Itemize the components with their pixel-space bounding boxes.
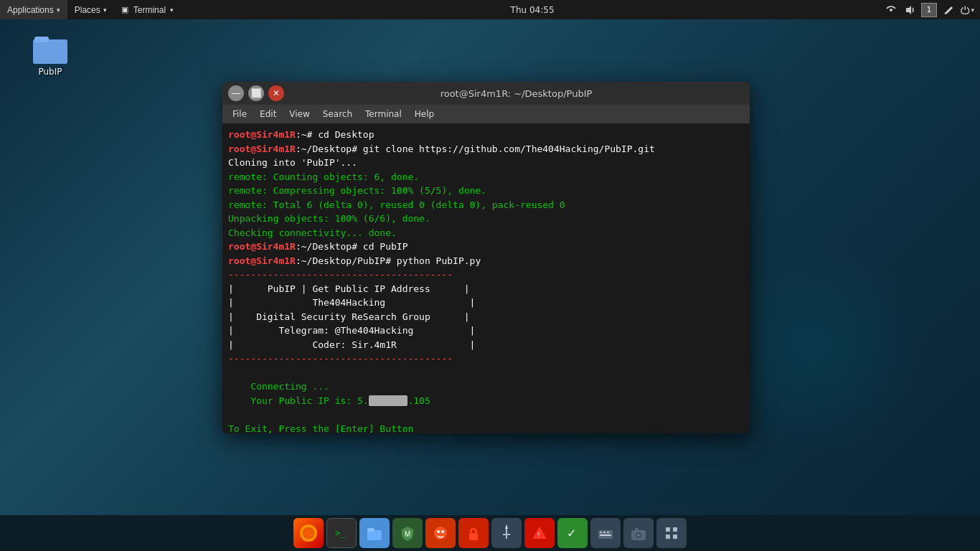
line-1: root@Sir4m1R:~# cd Desktop (228, 128, 744, 142)
svg-rect-42 (673, 534, 677, 539)
dock-terminal[interactable]: >_ (326, 518, 357, 548)
close-button[interactable]: ✕ (268, 85, 284, 101)
svg-rect-30 (603, 532, 606, 533)
dock-lock[interactable] (458, 518, 489, 548)
svg-rect-38 (661, 523, 682, 543)
pen-icon[interactable] (941, 3, 956, 17)
line-17: ---------------------------------------- (228, 352, 744, 366)
menu-help[interactable]: Help (409, 108, 440, 121)
svg-rect-9 (367, 528, 374, 532)
line-10: root@Sir4m1R:~/Desktop/PubIP# python Pub… (228, 254, 744, 268)
dock-red-app[interactable]: ! (524, 518, 555, 548)
workspace-badge[interactable]: 1 (921, 3, 937, 17)
network-icon[interactable] (884, 3, 898, 17)
dock-files[interactable] (359, 518, 390, 548)
sound-icon[interactable] (903, 3, 917, 17)
dock-grid[interactable] (656, 518, 687, 548)
svg-rect-29 (600, 532, 602, 533)
terminal-title: root@Sir4m1R: ~/Desktop/PubIP (288, 88, 744, 99)
menu-edit[interactable]: Edit (254, 108, 282, 121)
line-18 (228, 366, 744, 380)
dock-firefox[interactable] (293, 518, 324, 548)
taskbar-right: 1 ▾ (884, 3, 980, 17)
svg-rect-17 (469, 533, 478, 540)
line-6: remote: Total 6 (delta 0), reused 0 (del… (228, 198, 744, 212)
menu-search[interactable]: Search (317, 108, 358, 121)
line-12: | PubIP | Get Public IP Address | (228, 282, 744, 296)
applications-menu[interactable]: Applications (0, 0, 67, 19)
folder-label: PubIP (38, 67, 62, 77)
maximize-button[interactable]: ⬜ (248, 85, 264, 101)
dock-sword[interactable] (491, 518, 522, 548)
line-22: To Exit, Press the [Enter] Button (228, 422, 744, 434)
menu-view[interactable]: View (283, 108, 315, 121)
taskbar-top: Applications Places ▣ Terminal ▾ Thu 04:… (0, 0, 980, 19)
line-13: | The404Hacking | (228, 296, 744, 310)
svg-point-0 (890, 9, 892, 11)
dock-camera[interactable] (623, 518, 654, 548)
line-5: remote: Compressing objects: 100% (5/5),… (228, 184, 744, 198)
folder-graphic (33, 34, 67, 64)
svg-text:✓: ✓ (567, 527, 576, 540)
svg-point-15 (441, 530, 444, 533)
taskbar-clock: Thu 04:55 (181, 5, 884, 15)
svg-rect-37 (635, 528, 639, 531)
line-4: remote: Counting objects: 6, done. (228, 170, 744, 184)
svg-rect-40 (673, 527, 677, 532)
terminal-output[interactable]: root@Sir4m1R:~# cd Desktop root@Sir4m1R:… (222, 123, 750, 433)
line-16: | Coder: Sir.4m1R | (228, 338, 744, 352)
svg-rect-39 (666, 527, 670, 532)
places-menu[interactable]: Places (67, 0, 114, 19)
menu-terminal[interactable]: Terminal (359, 108, 407, 121)
dock-green-app[interactable]: ✓ (557, 518, 588, 548)
line-8: Checking connectivity... done. (228, 226, 744, 240)
dock-keyboard[interactable] (590, 518, 621, 548)
line-2: root@Sir4m1R:~/Desktop# git clone https:… (228, 142, 744, 156)
line-19: Connecting ... (228, 380, 744, 394)
line-3: Cloning into 'PubIP'... (228, 156, 744, 170)
places-label: Places (75, 5, 100, 15)
terminal-window: — ⬜ ✕ root@Sir4m1R: ~/Desktop/PubIP File… (222, 82, 750, 433)
line-15: | Telegram: @The404Hacking | (228, 324, 744, 338)
svg-text:>_: >_ (335, 528, 346, 538)
terminal-menubar: File Edit View Search Terminal Help (222, 105, 750, 123)
taskbar-bottom: >_ M (0, 515, 980, 551)
svg-marker-1 (906, 6, 911, 14)
desktop: PubIP — ⬜ ✕ root@Sir4m1R: ~/Desktop/PubI… (0, 19, 980, 515)
svg-point-36 (637, 534, 640, 537)
line-14: | Digital Security ReSearch Group | (228, 310, 744, 324)
line-7: Unpacking objects: 100% (6/6), done. (228, 212, 744, 226)
line-20: Your Public IP is: 5.XXXXXXX.105 (228, 394, 744, 408)
pubip-folder-icon[interactable]: PubIP (22, 34, 79, 77)
svg-rect-32 (600, 534, 611, 536)
dock-shield[interactable]: M (392, 518, 423, 548)
dock-face[interactable] (425, 518, 456, 548)
line-9: root@Sir4m1R:~/Desktop# cd PubIP (228, 240, 744, 254)
menu-file[interactable]: File (227, 108, 253, 121)
svg-rect-8 (367, 530, 382, 540)
svg-rect-31 (607, 532, 609, 533)
line-21 (228, 408, 744, 422)
terminal-titlebar: — ⬜ ✕ root@Sir4m1R: ~/Desktop/PubIP (222, 82, 750, 105)
line-11: ---------------------------------------- (228, 268, 744, 282)
terminal-menu[interactable]: ▣ Terminal ▾ (114, 0, 181, 19)
minimize-button[interactable]: — (228, 85, 244, 101)
svg-text:M: M (405, 530, 410, 538)
applications-label: Applications (7, 5, 54, 15)
taskbar-left: Applications Places ▣ Terminal ▾ (0, 0, 181, 19)
svg-text:!: ! (537, 532, 540, 539)
svg-rect-41 (666, 534, 670, 539)
power-icon[interactable]: ▾ (960, 3, 974, 17)
svg-point-14 (437, 530, 440, 533)
terminal-label: Terminal (133, 5, 166, 15)
